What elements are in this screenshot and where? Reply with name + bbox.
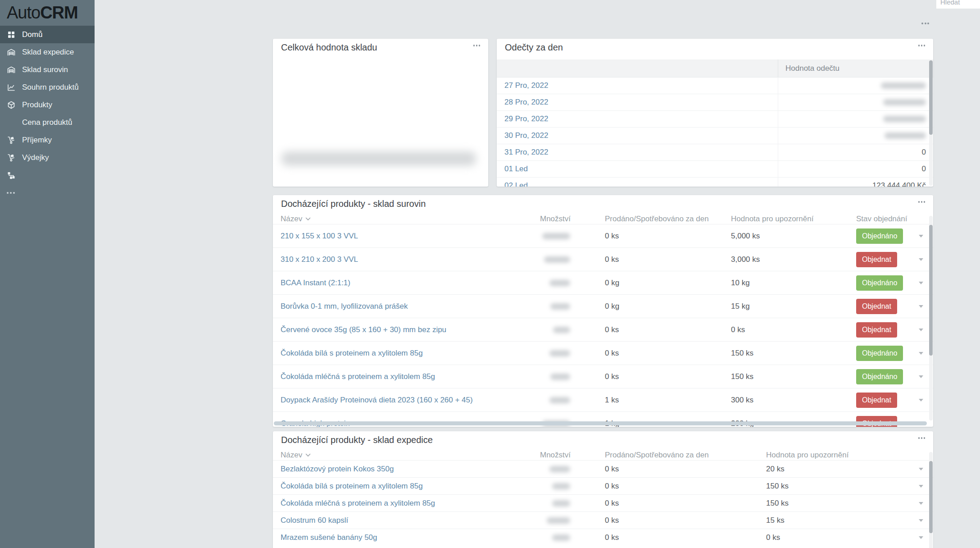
vertical-scrollbar-thumb[interactable] (929, 60, 933, 135)
product-link[interactable]: BCAA Instant (2:1:1) (273, 279, 540, 288)
order-status-button[interactable]: Objednat (856, 322, 897, 338)
product-link[interactable]: Čokoláda bílá s proteinem a xylitolem 85… (273, 349, 540, 358)
reading-date-link[interactable]: 27 Pro, 2022 (497, 78, 778, 94)
order-status-button[interactable]: Objednáno (856, 369, 903, 384)
card-menu-button[interactable] (473, 45, 481, 46)
redacted-value (552, 483, 570, 489)
status-cell: Objednat (856, 295, 933, 318)
value-column-header[interactable]: Hodnota odečtu (778, 59, 933, 77)
caret-down-icon[interactable] (919, 235, 923, 237)
sold-cell: 1 ks (605, 396, 731, 405)
alert-cell: 300 ks (731, 396, 856, 405)
redacted-value (883, 116, 926, 122)
sidebar-item-vyroba[interactable] (0, 166, 95, 184)
product-link[interactable]: 210 x 155 x 100 3 VVL (273, 232, 540, 241)
product-link[interactable]: Čokoláda bílá s proteinem a xylitolem 85… (273, 482, 540, 491)
card-menu-button[interactable] (918, 201, 926, 203)
product-link[interactable]: Čokoláda mléčná s proteinem a xylitolem … (273, 372, 540, 381)
alert-cell: 15 kg (731, 302, 856, 311)
reading-date-link[interactable]: 29 Pro, 2022 (497, 111, 778, 127)
table-header-row: Název Množství Prodáno/Spotřebováno za d… (273, 214, 933, 224)
reading-date-link[interactable]: 30 Pro, 2022 (497, 128, 778, 144)
quantity-cell (540, 374, 605, 380)
product-link[interactable]: Colostrum 60 kapslí (273, 516, 540, 525)
caret-down-icon[interactable] (919, 502, 923, 505)
caret-down-icon[interactable] (919, 375, 923, 378)
page-menu-button[interactable] (921, 23, 929, 24)
sidebar-item-souhrn-produktu[interactable]: Souhrn produktů (0, 78, 95, 96)
cube-icon (7, 100, 22, 110)
order-status-button[interactable]: Objednáno (856, 228, 903, 244)
caret-down-icon[interactable] (919, 352, 923, 355)
column-header-alert[interactable]: Hodnota pro upozornění (731, 215, 856, 224)
reading-date-link[interactable]: 31 Pro, 2022 (497, 144, 778, 160)
product-link[interactable]: Mrazem sušené banány 50g (273, 533, 540, 542)
redacted-value (547, 517, 570, 524)
reading-date-link[interactable]: 02 Led (497, 178, 778, 187)
sidebar-item-domu[interactable]: Domů (0, 26, 95, 43)
order-status-button[interactable]: Objednáno (856, 346, 903, 361)
sidebar-more-button[interactable] (0, 184, 95, 201)
status-cell: Objednáno (856, 365, 933, 388)
column-header-status[interactable]: Stav objednání (856, 215, 933, 224)
order-status-button[interactable]: Objednat (856, 252, 897, 267)
product-link[interactable]: Doypack Arašídy Proteinová dieta 2023 (1… (273, 396, 540, 405)
card-menu-button[interactable] (918, 437, 926, 439)
sold-cell: 0 ks (605, 232, 731, 241)
caret-down-icon[interactable] (919, 399, 923, 402)
redacted-value (549, 280, 570, 286)
horizontal-scrollbar-thumb[interactable] (274, 421, 927, 425)
sold-cell: 0 ks (605, 372, 731, 381)
redacted-value (549, 397, 570, 403)
order-status-button[interactable]: Objednáno (856, 275, 903, 291)
caret-down-icon[interactable] (919, 282, 923, 284)
column-header-alert[interactable]: Hodnota pro upozornění (766, 451, 933, 460)
alert-cell: 3,000 ks (731, 255, 856, 264)
alert-cell: 150 ks (731, 349, 856, 358)
caret-down-icon[interactable] (919, 258, 923, 261)
logo-text-light: Auto (7, 3, 40, 23)
sidebar-item-sklad-expedice[interactable]: Sklad expedice (0, 43, 95, 61)
redacted-value (549, 466, 570, 472)
column-header-quantity[interactable]: Množství (540, 451, 605, 460)
caret-down-icon[interactable] (919, 536, 923, 539)
card-menu-button[interactable] (918, 45, 926, 46)
vertical-scrollbar-thumb[interactable] (929, 461, 933, 533)
table-row: Čokoláda mléčná s proteinem a xylitolem … (273, 365, 933, 388)
column-header-name[interactable]: Název (273, 215, 540, 224)
table-row: Čokoláda mléčná s proteinem a xylitolem … (273, 494, 933, 511)
order-status-button[interactable]: Objednat (856, 299, 897, 314)
reading-date-link[interactable]: 01 Led (497, 161, 778, 177)
column-header-sold[interactable]: Prodáno/Spotřebováno za den (605, 215, 731, 224)
sidebar-item-prijemky[interactable]: Příjemky (0, 131, 95, 149)
app-logo[interactable]: AutoCRM (0, 0, 95, 26)
product-link[interactable]: Červené ovoce 35g (85 x 160 + 30) mm bez… (273, 325, 540, 334)
sidebar-item-label: Příjemky (22, 136, 52, 145)
caret-down-icon[interactable] (919, 305, 923, 308)
sidebar-item-sklad-surovin[interactable]: Sklad surovin (0, 61, 95, 78)
caret-down-icon[interactable] (919, 468, 923, 470)
table-row: 27 Pro, 2022 (497, 78, 933, 94)
table-row: BCAA Instant (2:1:1) 0 kg 10 kg Objednán… (273, 271, 933, 294)
alert-cell: 5,000 ks (731, 232, 856, 241)
product-link[interactable]: Čokoláda mléčná s proteinem a xylitolem … (273, 499, 540, 508)
search-input[interactable] (936, 0, 980, 9)
product-link[interactable]: 310 x 210 x 200 3 VVL (273, 255, 540, 264)
product-link[interactable]: Bezlaktózový protein Kokos 350g (273, 465, 540, 474)
order-status-button[interactable]: Objednat (856, 393, 897, 408)
table-row: 02 Led 123 444 400 Kč (497, 178, 933, 187)
sidebar-item-produkty[interactable]: Produkty (0, 96, 95, 114)
sidebar-item-cena-produktu[interactable]: Cena produktů (0, 114, 95, 131)
column-header-name[interactable]: Název (273, 451, 540, 460)
caret-down-icon[interactable] (919, 485, 923, 488)
column-header-quantity[interactable]: Množství (540, 215, 605, 224)
vertical-scrollbar-thumb[interactable] (929, 225, 933, 356)
column-header-sold[interactable]: Prodáno/Spotřebováno za den (605, 451, 766, 460)
product-link[interactable]: Borůvka 0-1 mm, lyofilizovaná prášek (273, 302, 540, 311)
grid-icon (7, 30, 22, 39)
caret-down-icon[interactable] (919, 519, 923, 522)
caret-down-icon[interactable] (919, 329, 923, 331)
reading-date-link[interactable]: 28 Pro, 2022 (497, 94, 778, 110)
sidebar-item-vydejky[interactable]: Výdejky (0, 149, 95, 166)
dolly-icon (7, 136, 22, 145)
